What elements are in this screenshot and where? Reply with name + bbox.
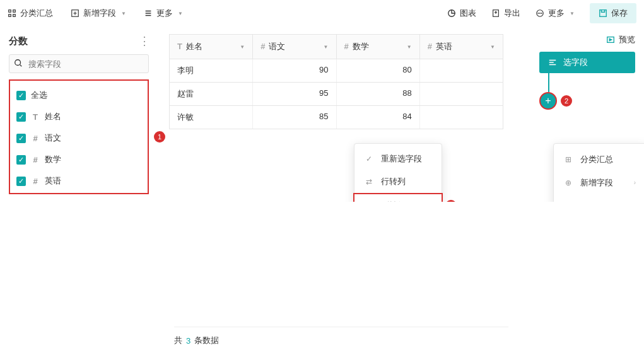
- toolbar-group-summary[interactable]: 分类汇总: [8, 8, 53, 19]
- svg-rect-3: [13, 15, 16, 17]
- data-table: T姓名▼ #语文▼ #数学▼ #英语▼ 李明9080 赵雷9588 许敏8584: [169, 34, 503, 129]
- svg-point-10: [541, 13, 542, 14]
- submenu-more: ✓重新选字段 ⇄行转列 ⇅列转行 4 ⊞字段拆列 ⊟字段拆行 ✕删除重复数据: [354, 143, 442, 202]
- field-select-all[interactable]: ✓全选: [14, 84, 144, 106]
- table-row: 赵雷9588: [170, 82, 503, 105]
- table-row: 许敏8584: [170, 105, 503, 129]
- field-item-chinese[interactable]: ✓#语文: [14, 127, 144, 149]
- menu-new-field[interactable]: ⊕新增字段›: [554, 171, 644, 194]
- toolbar-new-field[interactable]: 新增字段▼: [71, 8, 126, 19]
- svg-point-8: [538, 13, 539, 14]
- svg-rect-11: [600, 10, 607, 17]
- toolbar-more-right[interactable]: 更多▼: [536, 8, 575, 19]
- col-header-english[interactable]: #英语▼: [420, 35, 503, 59]
- add-step-menu: ⊞分类汇总 ⊕新增字段› ▽筛选 ↕排序 ⤭字段类型转换 ⧉合并表› ✎字段重命…: [553, 143, 644, 202]
- svg-rect-1: [13, 10, 16, 13]
- toolbar-chart[interactable]: 图表: [447, 8, 476, 19]
- annotation-badge-4: 4: [445, 200, 457, 202]
- svg-rect-2: [9, 15, 11, 17]
- menu-filter[interactable]: ▽筛选: [554, 194, 644, 202]
- col-header-chinese[interactable]: #语文▼: [253, 35, 336, 59]
- search-input[interactable]: [9, 54, 149, 73]
- sidebar-title: 分数: [9, 35, 28, 47]
- annotation-badge-2: 2: [561, 95, 572, 107]
- svg-point-12: [15, 60, 21, 66]
- menu-row-to-col[interactable]: ⇄行转列: [354, 170, 442, 193]
- add-step-button[interactable]: +: [539, 92, 557, 110]
- field-item-math[interactable]: ✓#数学: [14, 149, 144, 170]
- menu-reselect-fields[interactable]: ✓重新选字段: [354, 148, 442, 170]
- search-icon: [14, 59, 23, 69]
- preview-link[interactable]: 预览: [539, 34, 635, 45]
- svg-point-9: [540, 13, 541, 14]
- col-header-math[interactable]: #数学▼: [337, 35, 420, 59]
- save-button[interactable]: 保存: [590, 3, 636, 23]
- table-row: 李明9080: [170, 59, 503, 82]
- menu-group-summary[interactable]: ⊞分类汇总: [554, 148, 644, 171]
- toolbar-export: 导出: [491, 8, 520, 19]
- toolbar-more-left[interactable]: 更多▼: [144, 8, 183, 19]
- field-item-english[interactable]: ✓#英语: [14, 170, 144, 192]
- step-select-fields[interactable]: 选字段: [539, 52, 635, 73]
- svg-rect-0: [9, 10, 11, 13]
- field-item-name[interactable]: ✓T姓名: [14, 106, 144, 127]
- col-header-name[interactable]: T姓名▼: [170, 35, 253, 59]
- menu-col-to-row[interactable]: ⇅列转行 4: [353, 193, 443, 202]
- sidebar-more-icon[interactable]: ⋮: [139, 34, 149, 48]
